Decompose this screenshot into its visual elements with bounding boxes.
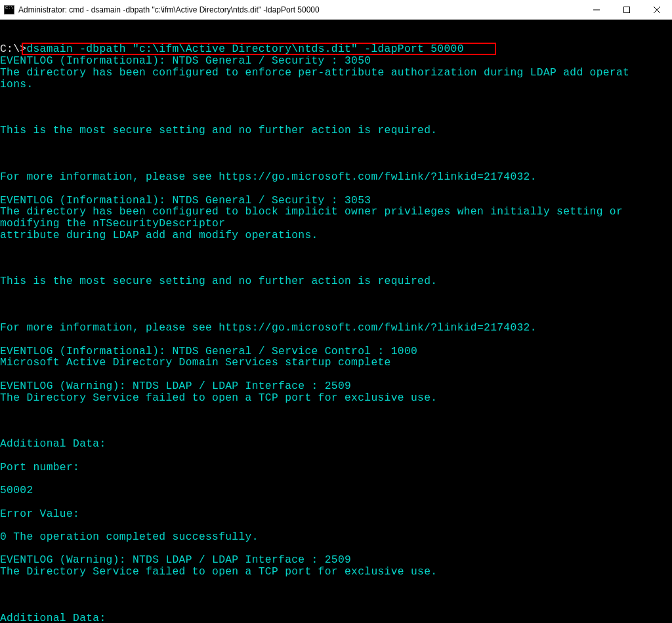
minimize-icon	[593, 7, 600, 13]
close-icon	[654, 7, 660, 13]
svg-rect-1	[624, 7, 630, 12]
close-button[interactable]	[642, 0, 672, 19]
command-line: dsamain -dbpath "c:\ifm\Active Directory…	[26, 43, 463, 55]
terminal-area[interactable]: C:\>dsamain -dbpath "c:\ifm\Active Direc…	[0, 20, 672, 623]
window-title: Administrator: cmd - dsamain -dbpath "c:…	[18, 5, 320, 14]
maximize-button[interactable]	[612, 0, 642, 19]
window-controls	[581, 0, 672, 19]
maximize-icon	[623, 7, 630, 13]
title-left: C:\. Administrator: cmd - dsamain -dbpat…	[0, 5, 320, 14]
window-titlebar[interactable]: C:\. Administrator: cmd - dsamain -dbpat…	[0, 0, 672, 20]
minimize-button[interactable]	[581, 0, 612, 19]
terminal-content: C:\>dsamain -dbpath "c:\ifm\Active Direc…	[0, 43, 672, 623]
prompt: C:\>	[0, 43, 26, 55]
cmd-icon: C:\.	[4, 5, 14, 14]
terminal-output: EVENTLOG (Informational): NTDS General /…	[0, 54, 629, 623]
